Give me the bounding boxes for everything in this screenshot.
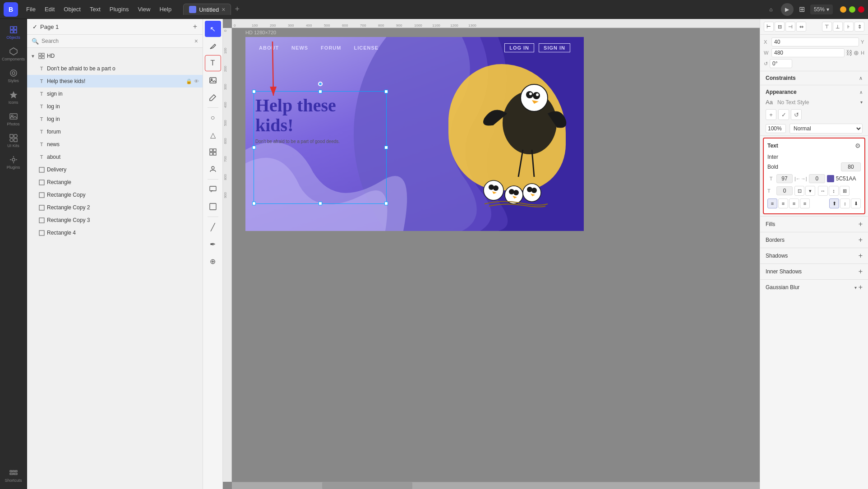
- list-item[interactable]: T forum: [27, 125, 203, 138]
- text-valign-top-btn[interactable]: ⬆: [829, 198, 839, 208]
- list-item[interactable]: Rectangle Copy 3: [27, 214, 203, 226]
- gaussian-blur-add-btn[interactable]: +: [859, 283, 863, 291]
- check-style-btn[interactable]: ✓: [778, 109, 789, 120]
- tool-grid[interactable]: [205, 144, 221, 160]
- text-transform-rect-btn[interactable]: ⊡: [794, 186, 804, 196]
- text-align-justify-btn[interactable]: ≡: [800, 198, 810, 208]
- play-btn[interactable]: ▶: [781, 3, 794, 16]
- tool-comment[interactable]: [205, 181, 221, 198]
- inner-shadows-add-btn[interactable]: +: [859, 268, 863, 276]
- list-item[interactable]: Rectangle Copy 2: [27, 201, 203, 214]
- text-valign-mid-btn[interactable]: ↕: [840, 198, 850, 208]
- indent-input[interactable]: [776, 186, 793, 195]
- fills-add-btn[interactable]: +: [859, 220, 863, 228]
- sidebar-item-shortcuts[interactable]: Shortcuts: [4, 466, 23, 485]
- tab-untitled[interactable]: Untitled ×: [183, 4, 231, 15]
- text-transform-dropdown-btn[interactable]: ▾: [805, 186, 815, 196]
- align-center-h-btn[interactable]: ⊟: [775, 22, 785, 32]
- borders-add-btn[interactable]: +: [859, 236, 863, 244]
- color-swatch[interactable]: [827, 175, 834, 182]
- menu-plugins[interactable]: Plugins: [105, 4, 134, 14]
- tab-close-btn[interactable]: ×: [222, 6, 225, 13]
- menu-file[interactable]: File: [22, 4, 40, 14]
- line-height-input[interactable]: [776, 174, 793, 183]
- sidebar-item-objects[interactable]: Objects: [4, 23, 23, 42]
- list-item[interactable]: T Help these kids! 🔒 👁: [27, 75, 203, 88]
- list-item[interactable]: Rectangle 4: [27, 226, 203, 239]
- tab-add-btn[interactable]: +: [231, 3, 243, 16]
- list-item[interactable]: Rectangle Copy: [27, 189, 203, 201]
- appearance-collapse-btn[interactable]: ∧: [859, 90, 863, 95]
- tool-circle[interactable]: ○: [205, 110, 221, 126]
- text-vspacing-btn[interactable]: ↕: [829, 186, 839, 196]
- text-align-left-btn[interactable]: ≡: [767, 198, 777, 208]
- align-distribute-h-btn[interactable]: ⇔: [796, 22, 806, 32]
- align-bottom-btn[interactable]: ⊦: [844, 22, 854, 32]
- win-minimize-btn[interactable]: [840, 6, 846, 13]
- x-input[interactable]: [771, 37, 859, 46]
- blend-mode-select[interactable]: Normal Multiply Screen: [790, 124, 863, 134]
- tool-avatar[interactable]: [205, 161, 221, 177]
- tool-select[interactable]: ↖: [205, 21, 221, 37]
- list-item[interactable]: T news: [27, 138, 203, 151]
- tool-zoom[interactable]: ⊕: [205, 253, 221, 269]
- search-clear-btn[interactable]: ×: [194, 37, 198, 45]
- gaussian-blur-row[interactable]: Gaussian Blur ▾ +: [760, 279, 868, 295]
- text-align-right-btn[interactable]: ≡: [789, 198, 799, 208]
- text-hspacing-btn[interactable]: ↔: [818, 186, 828, 196]
- inner-shadows-row[interactable]: Inner Shadows +: [760, 263, 868, 279]
- align-right-btn[interactable]: ⊣: [785, 22, 795, 32]
- sidebar-item-plugins[interactable]: Plugins: [4, 152, 23, 172]
- tool-image[interactable]: [205, 72, 221, 88]
- home-btn[interactable]: ⌂: [765, 3, 777, 16]
- text-align-center-btn[interactable]: ≡: [778, 198, 788, 208]
- constraints-header[interactable]: Constraints ∧: [760, 71, 868, 85]
- shadows-row[interactable]: Shadows +: [760, 248, 868, 263]
- tool-pencil2[interactable]: [205, 89, 221, 106]
- tool-frame[interactable]: [205, 198, 221, 215]
- menu-edit[interactable]: Edit: [40, 4, 59, 14]
- list-item[interactable]: T log in: [27, 113, 203, 125]
- menu-view[interactable]: View: [133, 4, 155, 14]
- tool-line[interactable]: ╱: [205, 219, 221, 235]
- zoom-control[interactable]: 55% ▾: [810, 5, 833, 14]
- list-item[interactable]: Rectangle: [27, 176, 203, 189]
- borders-row[interactable]: Borders +: [760, 232, 868, 248]
- shadows-add-btn[interactable]: +: [859, 252, 863, 260]
- list-item[interactable]: T about: [27, 151, 203, 163]
- letter-spacing-input[interactable]: [809, 174, 825, 183]
- font-size-input[interactable]: [841, 162, 861, 171]
- win-maximize-btn[interactable]: [849, 6, 855, 13]
- menu-object[interactable]: Object: [59, 4, 85, 14]
- canvas-bg[interactable]: HD 1280×720: [232, 28, 760, 482]
- refresh-style-btn[interactable]: ↺: [791, 109, 802, 120]
- tool-text[interactable]: T: [205, 55, 221, 71]
- menu-help[interactable]: Help: [155, 4, 176, 14]
- tool-pencil3[interactable]: ✒: [205, 236, 221, 252]
- rotation-input[interactable]: [770, 59, 792, 68]
- list-item[interactable]: T Don't be afraid to be a part o: [27, 62, 203, 75]
- list-item[interactable]: T sign in: [27, 88, 203, 100]
- list-item[interactable]: T log in: [27, 100, 203, 113]
- sidebar-item-styles[interactable]: Styles: [4, 66, 23, 86]
- add-layer-btn[interactable]: +: [193, 23, 197, 31]
- win-close-btn[interactable]: [858, 6, 864, 13]
- grid-btn[interactable]: ⊞: [797, 3, 807, 15]
- menu-text[interactable]: Text: [85, 4, 105, 14]
- text-style-dropdown-icon[interactable]: ▾: [860, 100, 863, 105]
- align-distribute-v-btn[interactable]: ⇕: [854, 22, 864, 32]
- unlock-aspect-btn[interactable]: ⊕: [854, 49, 859, 56]
- align-left-btn[interactable]: ⊢: [764, 22, 774, 32]
- sidebar-item-uikits[interactable]: UI Kits: [4, 131, 23, 151]
- sidebar-item-photos[interactable]: Photos: [4, 109, 23, 129]
- search-input[interactable]: [42, 38, 192, 44]
- text-settings-icon[interactable]: ⚙: [855, 142, 861, 149]
- align-top-btn[interactable]: ⊤: [822, 22, 832, 32]
- app-logo[interactable]: B: [4, 2, 18, 17]
- text-valign-bot-btn[interactable]: ⬇: [851, 198, 861, 208]
- w-input[interactable]: [771, 48, 845, 57]
- canvas-area[interactable]: 0 100 200 300 400 500 600 700 800 900 10…: [223, 19, 760, 489]
- list-item[interactable]: Delivery: [27, 163, 203, 176]
- fills-row[interactable]: Fills +: [760, 216, 868, 232]
- text-fixed-btn[interactable]: ⊞: [840, 186, 850, 196]
